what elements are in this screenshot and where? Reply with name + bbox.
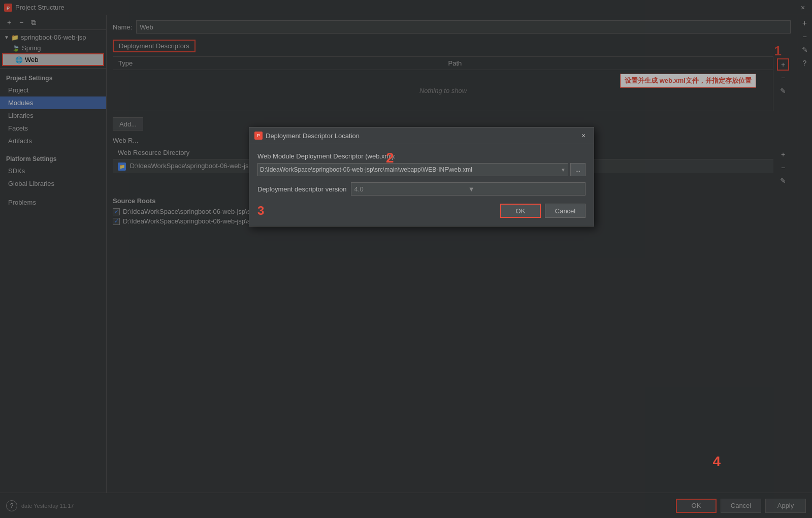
modal-browse-button[interactable]: ... [570,163,586,176]
modal-title: Deployment Descriptor Location [266,132,360,140]
modal-field-label: Web Module Deployment Descriptor (web.xm… [257,152,586,160]
modal-buttons: 3 OK Cancel [257,204,586,218]
modal-icon: P [254,132,263,140]
modal-dialog: P Deployment Descriptor Location × Web M… [249,127,594,226]
modal-version-value: 4.0 [354,185,468,193]
modal-overlay: P Deployment Descriptor Location × Web M… [0,0,812,518]
modal-body: Web Module Deployment Descriptor (web.xm… [249,144,594,226]
modal-version-row: Deployment descriptor version 4.0 ▼ [257,182,586,196]
modal-path-value: D:\IdeaWorkSpace\springboot-06-web-jsp\s… [260,166,561,173]
modal-path-row: D:\IdeaWorkSpace\springboot-06-web-jsp\s… [257,163,586,176]
modal-version-wrap: 4.0 ▼ [351,182,586,196]
modal-close-button[interactable]: × [578,131,589,141]
modal-ok-button[interactable]: OK [500,204,541,218]
modal-path-select-wrap: D:\IdeaWorkSpace\springboot-06-web-jsp\s… [257,163,568,176]
modal-version-label: Deployment descriptor version [257,185,347,193]
modal-path-dropdown-icon: ▼ [561,167,566,173]
annotation-3: 3 [257,204,264,218]
project-structure-window: P Project Structure × + − ⧉ ▼ 📁 springbo… [0,0,812,518]
annotation-2: 2 [386,150,394,166]
modal-cancel-button[interactable]: Cancel [545,204,586,218]
modal-title-bar: P Deployment Descriptor Location × [249,127,594,144]
modal-version-arrow: ▼ [468,185,582,193]
annotation-4: 4 [712,454,721,470]
